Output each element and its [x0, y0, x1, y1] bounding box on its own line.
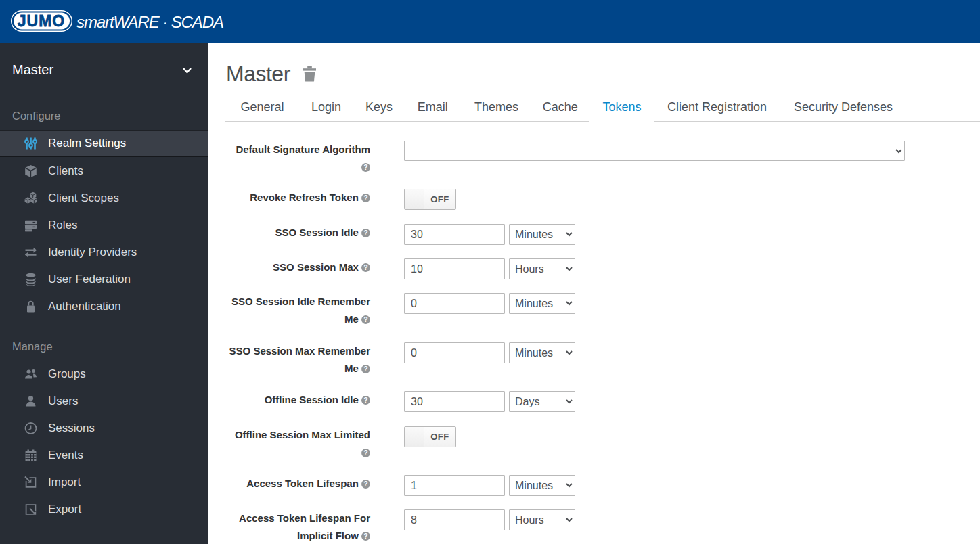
svg-text:JUMO: JUMO [17, 12, 64, 30]
